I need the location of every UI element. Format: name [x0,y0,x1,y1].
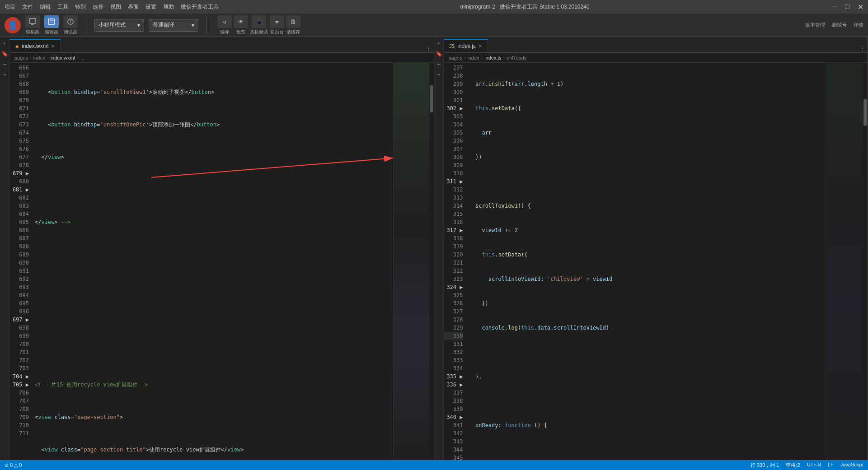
left-code-editor[interactable]: 666 667 668 669 670 671 672 673 674 675 … [10,63,434,460]
left-minimap[interactable] [393,63,429,460]
right-code-content[interactable]: arr.unshift(arr.length + 1) this.setData… [467,63,827,460]
tab-filename-wxml: index.wxml [22,43,48,49]
svg-point-7 [70,22,71,23]
debugger-icon[interactable] [63,15,78,28]
tab-actions: ⋮ [425,45,434,52]
right-scrollbar[interactable] [863,63,868,460]
right-scrollbar-thumb[interactable] [863,99,867,126]
compile-tool-label: 编译 [220,29,229,35]
breadcrumb-index: index [33,55,45,60]
left-breadcrumb: pages › index › index.wxml › ... [10,53,434,63]
mode-label: 小程序模式 [99,21,126,29]
menu-item-edit[interactable]: 编辑 [40,3,51,11]
code-line-675 [35,348,391,356]
status-bar: ⊘ 0 △ 0 行 330，列 1 空格:2 UTF-8 LF JavaScri… [0,460,868,470]
status-encoding: UTF-8 [807,462,821,469]
menu-item-project[interactable]: 项目 [5,3,15,11]
real-debug-tool[interactable]: 📱 真机调试 [250,15,268,35]
toolbar: 👤 模拟器 编辑器 调试器 小程序模式 ▾ 普通编译 ▾ ↺ 编译 [0,14,868,37]
code-line-r302: scrollToView1() { [469,202,825,210]
menu-item-view[interactable]: 视图 [110,3,121,11]
right-add-icon[interactable]: + [435,39,443,47]
back-nav-icon[interactable]: ← [1,60,9,68]
menu-item-goto[interactable]: 转到 [75,3,86,11]
compile-dropdown[interactable]: 普通编译 ▾ [149,19,198,32]
user-avatar[interactable]: 👤 [5,17,21,33]
maximize-button[interactable]: □ [844,4,850,10]
menu-item-select[interactable]: 选择 [93,3,103,11]
code-line-r305: scrollIntoViewId: 'childview' + viewId [469,275,825,283]
tab-close-wxml[interactable]: × [51,42,55,50]
menu-item-wechat-tools[interactable]: 微信开发者工具 [181,3,219,11]
right-back-icon[interactable]: ← [435,60,443,68]
window-controls[interactable]: ─ □ ✕ [831,4,863,10]
right-code-editor[interactable]: 297 298 299 300 301 302 ▶ 303 304 305 30… [444,63,868,460]
right-bookmark-icon[interactable]: 🔖 [435,50,443,58]
bookmark-icon[interactable]: 🔖 [1,50,9,58]
simulator-label: 模拟器 [26,29,39,35]
real-debug-icon[interactable]: 📱 [252,15,266,28]
right-forward-icon[interactable]: → [435,70,443,79]
menu-item-file[interactable]: 文件 [22,3,33,11]
menu-item-ui[interactable]: 界面 [128,3,139,11]
divider-1 [86,17,86,33]
tab-index-wxml[interactable]: ◆ index.wxml × [10,39,61,52]
editor-label: 编辑器 [45,29,58,35]
tab-split-icon[interactable]: ⋮ [425,45,432,52]
close-button[interactable]: ✕ [857,4,863,10]
version-mgmt[interactable]: 版本管理 [805,22,825,28]
left-scrollbar[interactable] [429,63,434,460]
xml-icon: ◆ [15,44,19,49]
editor-tool[interactable]: 编辑器 [44,15,59,35]
right-breadcrumb-index: index [467,55,479,60]
clear-cache-tool[interactable]: 🗑 清缓存 [286,15,300,35]
divider-2 [206,17,207,33]
svg-rect-2 [48,19,55,24]
left-editor-tabs: ◆ index.wxml × ⋮ [10,37,434,53]
status-position: 行 330，列 1 [751,462,779,469]
status-spaces: 空格:2 [786,462,800,469]
right-split-icon[interactable]: ⋮ [859,45,865,52]
minimize-button[interactable]: ─ [831,4,837,10]
right-tab-actions: ⋮ [859,45,868,52]
left-scrollbar-thumb[interactable] [430,85,433,112]
left-code-content[interactable]: <button bindtap='scrollToView1'>滚动到子视图</… [33,63,393,460]
clear-cache-icon[interactable]: 🗑 [286,15,300,28]
code-line-678: <view class="page-section-title">使用recyc… [35,446,391,454]
code-line-670: </view> --> [35,218,391,226]
menu-item-help[interactable]: 帮助 [163,3,174,11]
mode-dropdown[interactable]: 小程序模式 ▾ [94,19,144,32]
tab-index-js[interactable]: JS index.js × [444,39,488,52]
preview-tool[interactable]: 👁 预览 [234,15,248,35]
code-line-673 [35,299,391,307]
background-tool[interactable]: ⇄ 切后台 [270,15,284,35]
debugger-tool[interactable]: 调试器 [63,15,78,35]
menu-item-tools[interactable]: 工具 [57,3,68,11]
background-icon[interactable]: ⇄ [270,15,284,28]
code-line-676: <!-- 片15 使用recycle-view扩展组件--> [35,381,391,389]
editors-container: + 🔖 ← → ◆ index.wxml × ⋮ [0,37,868,460]
menu-item-settings[interactable]: 设置 [145,3,156,11]
add-file-icon[interactable]: + [1,39,9,47]
status-bar-right: 行 330，列 1 空格:2 UTF-8 LF JavaScript [751,462,863,469]
left-line-numbers: 666 667 668 669 670 671 672 673 674 675 … [10,63,33,460]
compile-tool[interactable]: ↺ 编译 [217,15,232,35]
details[interactable]: 详情 [854,22,863,28]
breadcrumb-wxml: index.wxml [51,55,75,60]
compile-label: 普通编译 [153,21,174,29]
editor-icon[interactable] [44,15,59,28]
code-line-r303: viewId += 2 [469,226,825,234]
simulator-tool[interactable]: 模拟器 [25,15,40,35]
forward-nav-icon[interactable]: → [1,70,9,79]
status-errors: ⊘ 0 △ 0 [5,462,22,468]
test-account[interactable]: 测试号 [832,22,847,28]
compile-icon[interactable]: ↺ [217,15,232,28]
code-line-r297: arr.unshift(arr.length + 1) [469,80,825,88]
simulator-icon[interactable] [25,15,40,28]
right-minimap[interactable] [827,63,863,460]
right-breadcrumb-js: index.js [484,55,501,60]
tab-close-js[interactable]: × [479,42,482,50]
preview-icon[interactable]: 👁 [234,15,248,28]
title-bar: 项目 文件 编辑 工具 转到 选择 视图 界面 设置 帮助 微信开发者工具 mi… [0,0,868,14]
title-bar-menu[interactable]: 项目 文件 编辑 工具 转到 选择 视图 界面 设置 帮助 微信开发者工具 [5,3,219,11]
